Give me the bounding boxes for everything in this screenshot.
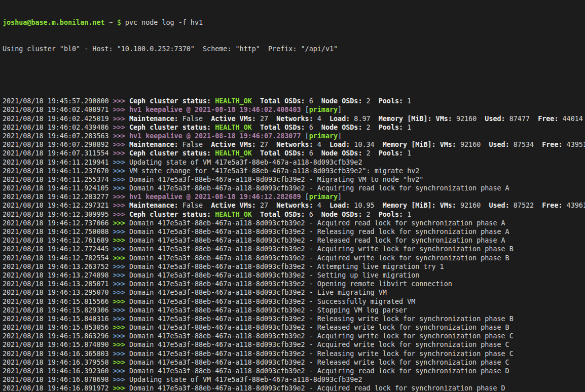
log-text-segment: Domain 417e5a3f-88eb-467a-a118-8d093cfb3… (129, 324, 509, 331)
log-timestamp: 2021/08/18 19:46:11.255374 (3, 176, 113, 183)
log-text-segment: Total OSDs: (260, 97, 305, 105)
log-text-segment: 10.95 (350, 202, 383, 209)
log-text-segment: Domain 417e5a3f-88eb-467a-a118-8d093cfb3… (129, 289, 387, 296)
log-line: 2021/08/18 19:46:11.924105 >>> Domain 41… (3, 184, 585, 192)
log-text-segment: Used: (489, 202, 509, 209)
log-line: 2021/08/18 19:46:12.283277 >>> hv1 keepa… (3, 192, 585, 201)
log-timestamp: 2021/08/18 19:46:13.295070 (3, 289, 113, 296)
log-text-segment: primary (309, 132, 338, 140)
log-marker-icon: >>> (113, 298, 129, 305)
log-marker-icon: >>> (113, 384, 129, 392)
log-timestamp: 2021/08/18 19:46:07.283563 (3, 132, 113, 140)
log-timestamp: 2021/08/18 19:46:16.891972 (3, 384, 113, 392)
log-text-segment: 8.97 (350, 115, 378, 123)
log-line: 2021/08/18 19:46:11.255374 >>> Domain 41… (3, 175, 585, 184)
log-line: 2021/08/18 19:46:16.891972 >>> Domain 41… (3, 384, 585, 392)
log-text-segment: Networks: (276, 202, 313, 209)
log-line: 2021/08/18 19:46:16.392360 >>> Domain 41… (3, 367, 585, 375)
log-text-segment: Ceph cluster status: (129, 124, 211, 131)
log-text-segment: Load: (330, 202, 350, 209)
log-text-segment: Domain 417e5a3f-88eb-467a-a118-8d093cfb3… (129, 359, 509, 366)
cluster-info-text: Using cluster "bl0" - Host: "10.100.0.25… (3, 45, 338, 53)
log-timestamp: 2021/08/18 19:46:16.392360 (3, 367, 113, 375)
log-marker-icon: >>> (113, 202, 129, 209)
log-text-segment (436, 141, 440, 148)
log-lines: 2021/08/18 19:45:57.290800 >>> Ceph clus… (3, 97, 585, 392)
log-text-segment: [ (301, 106, 309, 113)
log-line: 2021/08/18 19:46:12.761689 >>> Domain 41… (3, 236, 585, 245)
log-text-segment: 4 (313, 115, 330, 123)
log-marker-icon: >>> (113, 315, 129, 323)
log-text-segment: 6 (305, 97, 321, 105)
log-text-segment: False (178, 202, 211, 209)
log-line: 2021/08/18 19:46:15.815566 >>> Domain 41… (3, 297, 585, 306)
log-line: 2021/08/18 19:46:13.274898 >>> Domain 41… (3, 271, 585, 280)
log-line: 2021/08/18 19:46:15.853056 >>> Domain 41… (3, 323, 585, 332)
log-line: 2021/08/18 19:46:12.297321 >>> Maintenan… (3, 201, 585, 210)
log-timestamp: 2021/08/18 19:46:02.408971 (3, 106, 113, 113)
log-text-segment: 6 (305, 211, 321, 218)
log-text-segment: 4 (313, 141, 330, 148)
log-marker-icon: >>> (113, 141, 129, 148)
log-timestamp: 2021/08/18 19:45:57.290800 (3, 97, 113, 105)
log-text-segment: Node OSDs: (321, 211, 362, 218)
log-marker-icon: >>> (113, 271, 129, 279)
log-text-segment: Domain 417e5a3f-88eb-467a-a118-8d093cfb3… (129, 184, 509, 192)
log-text-segment: Updating state of VM 417e5a3f-88eb-467a-… (129, 376, 362, 383)
log-text-segment: 92160 (452, 115, 485, 123)
log-timestamp: 2021/08/18 19:46:13.285071 (3, 280, 113, 288)
log-text-segment: 44014 (558, 115, 582, 123)
log-text-segment: 6 (305, 124, 321, 131)
log-line: 2021/08/18 19:46:12.750088 >>> Domain 41… (3, 227, 585, 236)
log-text-segment (252, 211, 260, 218)
log-text-segment: 1 (403, 211, 411, 218)
prompt-command: pvc node log -f hv1 (125, 19, 203, 26)
log-line: 2021/08/18 19:46:02.439486 >>> Ceph clus… (3, 123, 585, 132)
log-marker-icon: >>> (113, 176, 129, 183)
log-marker-icon: >>> (113, 359, 129, 366)
prompt-symbol: $ (117, 19, 125, 26)
log-text-segment: primary (309, 106, 338, 113)
log-timestamp: 2021/08/18 19:46:15.863296 (3, 332, 113, 340)
log-text-segment: 27 (256, 202, 276, 209)
log-marker-icon: >>> (113, 341, 129, 348)
log-text-segment: Pools: (379, 97, 403, 105)
log-timestamp: 2021/08/18 19:46:16.878698 (3, 376, 113, 383)
log-text-segment: Total OSDs: (260, 124, 305, 131)
log-text-segment: HEALTH_OK (215, 97, 252, 105)
log-text-segment: False (178, 141, 211, 148)
log-text-segment: 2 (362, 211, 378, 218)
log-text-segment: hv1 keepalive @ 2021-08-18 19:46:12.2826… (129, 193, 301, 201)
log-marker-icon: >>> (113, 124, 129, 131)
log-timestamp: 2021/08/18 19:46:15.840316 (3, 315, 113, 323)
log-marker-icon: >>> (113, 106, 129, 113)
log-line: 2021/08/18 19:46:15.874890 >>> Domain 41… (3, 340, 585, 349)
log-line: 2021/08/18 19:46:16.878698 >>> Updating … (3, 375, 585, 384)
log-line: 2021/08/18 19:46:02.425019 >>> Maintenan… (3, 114, 585, 123)
log-marker-icon: >>> (113, 149, 129, 157)
log-marker-icon: >>> (113, 324, 129, 331)
log-text-segment: Domain 417e5a3f-88eb-467a-a118-8d093cfb3… (129, 263, 444, 270)
log-text-segment: 92160 (456, 141, 489, 148)
log-marker-icon: >>> (113, 280, 129, 288)
log-text-segment: Active VMs: (211, 115, 256, 123)
log-line: 2021/08/18 19:46:12.737066 >>> Domain 41… (3, 219, 585, 227)
log-text-segment: HEALTH_OK (215, 124, 252, 131)
log-line: 2021/08/18 19:46:07.283563 >>> hv1 keepa… (3, 132, 585, 140)
log-text-segment: Load: (330, 141, 350, 148)
log-line: 2021/08/18 19:46:12.309995 >>> Ceph clus… (3, 210, 585, 219)
log-text-segment: Node OSDs: (321, 149, 362, 157)
log-marker-icon: >>> (113, 228, 129, 236)
log-marker-icon: >>> (113, 159, 129, 166)
log-text-segment: VMs: (436, 115, 452, 123)
screen: { "colors": { "bg": "#1c1c1c", "fg": "#d… (0, 0, 585, 392)
log-text-segment: Total OSDs: (260, 211, 305, 218)
log-timestamp: 2021/08/18 19:46:12.283277 (3, 193, 113, 201)
log-timestamp: 2021/08/18 19:46:12.309995 (3, 211, 113, 218)
terminal-window[interactable]: joshua@base.m.bonilan.net ~ $ pvc node l… (0, 0, 585, 392)
log-text-segment: HEALTH_OK (215, 211, 252, 218)
log-marker-icon: >>> (113, 167, 129, 175)
log-text-segment: 1 (403, 149, 411, 157)
log-timestamp: 2021/08/18 19:46:15.853056 (3, 324, 113, 331)
log-timestamp: 2021/08/18 19:46:07.311554 (3, 149, 113, 157)
